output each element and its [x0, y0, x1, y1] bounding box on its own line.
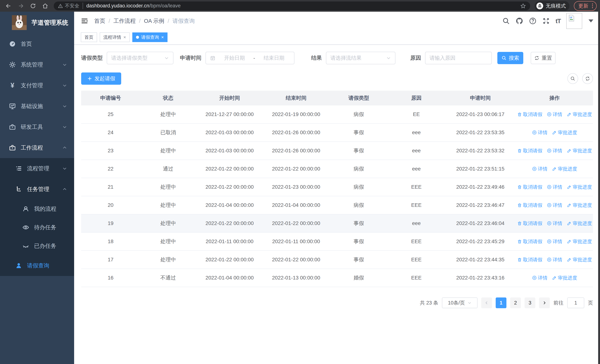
action-cancel-link[interactable]: 取消请假	[517, 202, 542, 208]
address-bar[interactable]: 不安全 dashboard.yudao.iocoder.cn/bpm/oa/le…	[54, 1, 530, 10]
browser-menu-icon[interactable]	[591, 3, 594, 9]
prev-page-button[interactable]	[481, 298, 492, 308]
action-progress-link[interactable]: 审批进度	[552, 166, 577, 172]
page-1-button[interactable]: 1	[496, 298, 506, 308]
close-icon[interactable]: ×	[161, 35, 164, 40]
action-detail-link[interactable]: 详情	[547, 220, 562, 227]
sidebar-item-dev-tools[interactable]: 研发工具	[0, 117, 74, 137]
cell-applied: 2022-01-22 23:53:32	[445, 148, 516, 154]
active-dot	[136, 36, 139, 39]
forward-icon[interactable]	[16, 1, 26, 11]
app-logo[interactable]: 芋道管理系统	[0, 12, 74, 34]
tab-process-detail[interactable]: 流程详情 ×	[100, 32, 130, 42]
action-detail-link[interactable]: 详情	[547, 257, 562, 263]
font-size-icon[interactable]: tT	[555, 18, 561, 25]
next-page-button[interactable]	[539, 298, 550, 308]
sidebar-item-workflow[interactable]: 工作流程	[0, 137, 74, 158]
action-progress-link[interactable]: 审批进度	[552, 129, 577, 136]
fullscreen-icon[interactable]	[542, 17, 550, 25]
reason-field[interactable]	[425, 52, 492, 64]
leave-type-input[interactable]	[111, 55, 164, 61]
sidebar-item-leave-query[interactable]: 请假查询	[0, 255, 74, 276]
sidebar-item-task-management[interactable]: 任务管理	[0, 179, 74, 200]
sidebar-item-home[interactable]: 首页	[0, 34, 74, 54]
action-cancel-link[interactable]: 取消请假	[517, 220, 542, 227]
action-cancel-link[interactable]: 取消请假	[517, 238, 542, 245]
action-detail-link[interactable]: 详情	[547, 202, 562, 208]
cell-start: 2022-01-11 00:00:00	[196, 239, 263, 244]
cell-end: 2022-01-22 00:00:00	[263, 220, 329, 226]
action-progress-link[interactable]: 审批进度	[567, 238, 592, 245]
sidebar-item-infrastructure[interactable]: 基础设施	[0, 96, 74, 117]
toggle-search-button[interactable]	[567, 73, 578, 84]
not-secure-warning-icon[interactable]	[58, 3, 63, 9]
page-3-button[interactable]: 3	[525, 298, 535, 308]
cell-applied: 2022-01-22 23:44:35	[445, 257, 516, 263]
sidebar-item-payment[interactable]: ¥ 支付管理	[0, 75, 74, 96]
browser-update-button[interactable]: 更新	[574, 1, 597, 11]
cell-actions: 详情审批进度	[516, 166, 593, 172]
github-icon[interactable]	[516, 17, 523, 25]
sidebar-item-my-process[interactable]: 我的流程	[0, 200, 74, 218]
action-detail-link[interactable]: 详情	[547, 184, 562, 190]
action-progress-link[interactable]: 审批进度	[567, 111, 592, 118]
breadcrumb-oa-example[interactable]: OA 示例	[144, 17, 164, 25]
start-date-placeholder[interactable]: 开始日期	[218, 55, 250, 62]
tab-leave-query[interactable]: 请假查询 ×	[132, 32, 168, 42]
action-detail-link[interactable]: 详情	[547, 111, 562, 118]
action-cancel-link[interactable]: 取消请假	[517, 111, 542, 118]
action-progress-link[interactable]: 审批进度	[567, 148, 592, 154]
help-icon[interactable]	[529, 17, 537, 25]
result-select[interactable]	[326, 52, 395, 64]
goto-page-input[interactable]	[567, 298, 584, 308]
breadcrumb-home[interactable]: 首页	[94, 17, 105, 25]
breadcrumb-workflow[interactable]: 工作流程	[113, 17, 136, 25]
end-date-placeholder[interactable]: 结束日期	[258, 55, 290, 62]
avatar[interactable]	[566, 13, 582, 29]
sidebar-item-system[interactable]: 系统管理	[0, 54, 74, 75]
action-progress-link[interactable]: 审批进度	[567, 184, 592, 190]
bookmark-star-icon[interactable]	[520, 3, 526, 9]
page-scrollbar[interactable]	[598, 12, 600, 364]
action-progress-link[interactable]: 审批进度	[567, 257, 592, 263]
sidebar-item-process-management[interactable]: 流程管理	[0, 158, 74, 179]
page-2-button[interactable]: 2	[510, 298, 521, 308]
page-size-select[interactable]: 10条/页	[442, 298, 478, 308]
tab-home[interactable]: 首页	[81, 32, 97, 42]
action-cancel-link[interactable]: 取消请假	[517, 148, 542, 154]
home-icon[interactable]	[40, 1, 50, 11]
action-detail-link[interactable]: 详情	[532, 129, 548, 136]
action-cancel-link[interactable]: 取消请假	[517, 184, 542, 190]
action-progress-link[interactable]: 审批进度	[552, 275, 577, 281]
sidebar-item-todo-tasks[interactable]: 待办任务	[0, 218, 74, 237]
action-detail-link[interactable]: 详情	[532, 166, 548, 172]
reset-button[interactable]: 重置	[531, 52, 555, 64]
action-detail-link[interactable]: 详情	[547, 238, 562, 245]
reason-input[interactable]	[430, 55, 487, 61]
action-detail-link[interactable]: 详情	[532, 275, 548, 281]
sidebar-item-done-tasks[interactable]: 已办任务	[0, 237, 74, 255]
reload-icon[interactable]	[28, 1, 38, 11]
apply-time-range-picker[interactable]: 开始日期 - 结束日期	[206, 52, 294, 64]
eye-icon	[547, 221, 552, 226]
leave-type-select[interactable]	[107, 52, 173, 64]
result-input[interactable]	[330, 55, 386, 61]
close-icon[interactable]: ×	[123, 35, 126, 40]
leave-type-label: 请假类型	[81, 54, 103, 62]
action-progress-link[interactable]: 审批进度	[567, 220, 592, 227]
sidebar-collapse-icon[interactable]	[81, 17, 88, 25]
search-button[interactable]: 搜索	[497, 52, 523, 64]
back-icon[interactable]	[3, 1, 14, 11]
user-menu-caret-icon[interactable]	[589, 19, 593, 22]
eye-icon	[547, 239, 552, 244]
table-row: 25处理中2021-12-27 00:00:002022-01-19 00:00…	[81, 105, 593, 124]
refresh-icon	[585, 76, 590, 81]
cell-actions: 取消请假详情审批进度	[516, 238, 593, 245]
search-icon[interactable]	[502, 17, 510, 25]
action-cancel-link[interactable]: 取消请假	[517, 257, 542, 263]
action-detail-link[interactable]: 详情	[547, 148, 562, 154]
create-leave-button[interactable]: 发起请假	[81, 73, 121, 85]
cell-id: 16	[81, 275, 140, 281]
action-progress-link[interactable]: 审批进度	[567, 202, 592, 208]
refresh-table-button[interactable]	[582, 73, 593, 84]
